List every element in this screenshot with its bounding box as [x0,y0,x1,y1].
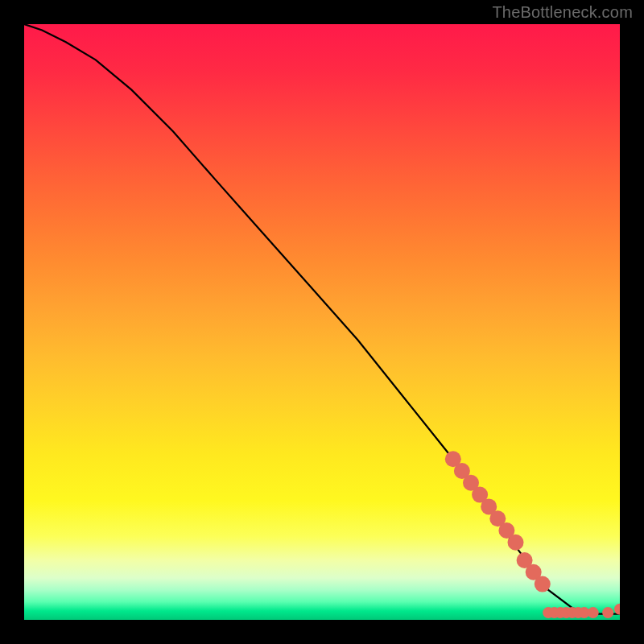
chart-markers [445,451,620,618]
chart-svg [24,24,620,620]
chart-plot-area [24,24,620,620]
chart-marker [508,535,524,551]
chart-marker [602,607,613,618]
chart-marker [535,576,551,592]
watermark-text: TheBottleneck.com [492,3,633,22]
chart-curve [24,24,620,614]
chart-marker [588,607,599,618]
